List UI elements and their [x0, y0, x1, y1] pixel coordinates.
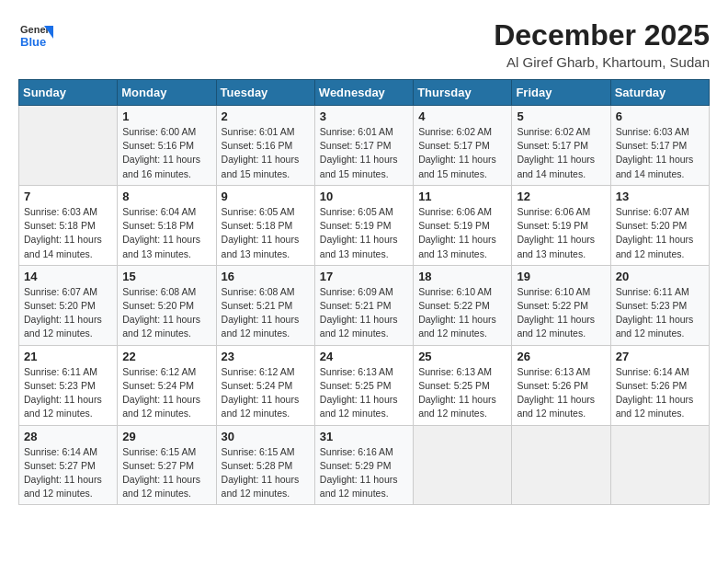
day-number: 14 [24, 270, 112, 283]
day-sun-info: Sunrise: 6:14 AMSunset: 5:26 PMDaylight:… [616, 365, 704, 421]
calendar-day-cell: 8Sunrise: 6:04 AMSunset: 5:18 PMDaylight… [118, 185, 216, 265]
day-sun-info: Sunrise: 6:06 AMSunset: 5:19 PMDaylight:… [418, 205, 506, 261]
day-sun-info: Sunrise: 6:01 AMSunset: 5:16 PMDaylight:… [222, 125, 310, 181]
day-sun-info: Sunrise: 6:07 AMSunset: 5:20 PMDaylight:… [616, 205, 704, 261]
calendar-day-cell: 6Sunrise: 6:03 AMSunset: 5:17 PMDaylight… [610, 106, 709, 186]
calendar-day-cell [414, 425, 512, 505]
calendar-day-cell: 12Sunrise: 6:06 AMSunset: 5:19 PMDayligh… [512, 185, 610, 265]
day-sun-info: Sunrise: 6:03 AMSunset: 5:17 PMDaylight:… [616, 125, 704, 181]
day-number: 28 [24, 430, 112, 443]
day-sun-info: Sunrise: 6:12 AMSunset: 5:24 PMDaylight:… [122, 365, 210, 421]
calendar-day-cell: 26Sunrise: 6:13 AMSunset: 5:26 PMDayligh… [512, 345, 610, 425]
calendar-day-cell: 3Sunrise: 6:01 AMSunset: 5:17 PMDaylight… [314, 106, 413, 186]
calendar-day-cell: 11Sunrise: 6:06 AMSunset: 5:19 PMDayligh… [414, 185, 512, 265]
calendar-day-cell: 15Sunrise: 6:08 AMSunset: 5:20 PMDayligh… [118, 265, 216, 345]
day-sun-info: Sunrise: 6:00 AMSunset: 5:16 PMDaylight:… [122, 125, 210, 181]
day-number: 27 [616, 350, 704, 363]
calendar-day-cell: 2Sunrise: 6:01 AMSunset: 5:16 PMDaylight… [216, 106, 314, 186]
day-sun-info: Sunrise: 6:08 AMSunset: 5:20 PMDaylight:… [122, 285, 210, 341]
day-number: 10 [320, 190, 408, 203]
header: General Blue December 2025 Al Giref Ghar… [18, 18, 710, 70]
calendar-body: 1Sunrise: 6:00 AMSunset: 5:16 PMDaylight… [19, 106, 710, 505]
day-sun-info: Sunrise: 6:15 AMSunset: 5:28 PMDaylight:… [222, 445, 310, 501]
day-sun-info: Sunrise: 6:13 AMSunset: 5:25 PMDaylight:… [418, 365, 506, 421]
day-sun-info: Sunrise: 6:16 AMSunset: 5:29 PMDaylight:… [320, 445, 408, 501]
calendar-day-cell: 31Sunrise: 6:16 AMSunset: 5:29 PMDayligh… [314, 425, 413, 505]
day-sun-info: Sunrise: 6:09 AMSunset: 5:21 PMDaylight:… [320, 285, 408, 341]
day-of-week-header: Thursday [414, 80, 512, 106]
calendar-week-row: 14Sunrise: 6:07 AMSunset: 5:20 PMDayligh… [19, 265, 710, 345]
title-area: December 2025 Al Giref Gharb, Khartoum, … [494, 18, 710, 70]
calendar-week-row: 21Sunrise: 6:11 AMSunset: 5:23 PMDayligh… [19, 345, 710, 425]
calendar-day-cell: 10Sunrise: 6:05 AMSunset: 5:19 PMDayligh… [314, 185, 413, 265]
calendar-day-cell: 28Sunrise: 6:14 AMSunset: 5:27 PMDayligh… [19, 425, 118, 505]
day-number: 1 [122, 109, 210, 123]
day-number: 25 [418, 350, 506, 363]
day-number: 13 [616, 190, 704, 203]
calendar-week-row: 7Sunrise: 6:03 AMSunset: 5:18 PMDaylight… [19, 185, 710, 265]
calendar-week-row: 1Sunrise: 6:00 AMSunset: 5:16 PMDaylight… [19, 106, 710, 186]
day-sun-info: Sunrise: 6:11 AMSunset: 5:23 PMDaylight:… [24, 365, 112, 421]
calendar-day-cell [610, 425, 709, 505]
day-sun-info: Sunrise: 6:05 AMSunset: 5:19 PMDaylight:… [320, 205, 408, 261]
day-number: 5 [517, 109, 605, 123]
calendar-day-cell: 17Sunrise: 6:09 AMSunset: 5:21 PMDayligh… [314, 265, 413, 345]
day-number: 26 [517, 350, 605, 363]
calendar-day-cell: 22Sunrise: 6:12 AMSunset: 5:24 PMDayligh… [118, 345, 216, 425]
day-number: 20 [616, 270, 704, 283]
calendar-day-cell: 27Sunrise: 6:14 AMSunset: 5:26 PMDayligh… [610, 345, 709, 425]
day-number: 7 [24, 190, 112, 203]
calendar-day-cell: 25Sunrise: 6:13 AMSunset: 5:25 PMDayligh… [414, 345, 512, 425]
calendar-day-cell: 7Sunrise: 6:03 AMSunset: 5:18 PMDaylight… [19, 185, 118, 265]
day-sun-info: Sunrise: 6:13 AMSunset: 5:25 PMDaylight:… [320, 365, 408, 421]
day-number: 29 [122, 430, 210, 443]
day-sun-info: Sunrise: 6:05 AMSunset: 5:18 PMDaylight:… [222, 205, 310, 261]
day-sun-info: Sunrise: 6:02 AMSunset: 5:17 PMDaylight:… [418, 125, 506, 181]
calendar-day-cell: 19Sunrise: 6:10 AMSunset: 5:22 PMDayligh… [512, 265, 610, 345]
day-number: 4 [418, 109, 506, 123]
day-number: 6 [616, 109, 704, 123]
day-sun-info: Sunrise: 6:10 AMSunset: 5:22 PMDaylight:… [418, 285, 506, 341]
day-number: 31 [320, 430, 408, 443]
day-number: 16 [222, 270, 310, 283]
day-of-week-header: Saturday [610, 80, 709, 106]
day-sun-info: Sunrise: 6:13 AMSunset: 5:26 PMDaylight:… [517, 365, 605, 421]
calendar-header-row: SundayMondayTuesdayWednesdayThursdayFrid… [19, 80, 710, 106]
day-sun-info: Sunrise: 6:10 AMSunset: 5:22 PMDaylight:… [517, 285, 605, 341]
day-number: 11 [418, 190, 506, 203]
calendar-week-row: 28Sunrise: 6:14 AMSunset: 5:27 PMDayligh… [19, 425, 710, 505]
calendar-day-cell: 21Sunrise: 6:11 AMSunset: 5:23 PMDayligh… [19, 345, 118, 425]
day-number: 3 [320, 109, 408, 123]
day-number: 19 [517, 270, 605, 283]
calendar-day-cell: 16Sunrise: 6:08 AMSunset: 5:21 PMDayligh… [216, 265, 314, 345]
svg-text:Blue: Blue [20, 35, 46, 49]
calendar-day-cell: 13Sunrise: 6:07 AMSunset: 5:20 PMDayligh… [610, 185, 709, 265]
calendar-day-cell: 4Sunrise: 6:02 AMSunset: 5:17 PMDaylight… [414, 106, 512, 186]
calendar-day-cell: 23Sunrise: 6:12 AMSunset: 5:24 PMDayligh… [216, 345, 314, 425]
day-number: 8 [122, 190, 210, 203]
day-number: 9 [222, 190, 310, 203]
day-sun-info: Sunrise: 6:01 AMSunset: 5:17 PMDaylight:… [320, 125, 408, 181]
calendar-day-cell: 9Sunrise: 6:05 AMSunset: 5:18 PMDaylight… [216, 185, 314, 265]
day-of-week-header: Tuesday [216, 80, 314, 106]
day-number: 12 [517, 190, 605, 203]
day-number: 24 [320, 350, 408, 363]
day-number: 22 [122, 350, 210, 363]
day-of-week-header: Monday [118, 80, 216, 106]
day-sun-info: Sunrise: 6:04 AMSunset: 5:18 PMDaylight:… [122, 205, 210, 261]
logo: General Blue [18, 18, 57, 53]
calendar-day-cell: 14Sunrise: 6:07 AMSunset: 5:20 PMDayligh… [19, 265, 118, 345]
day-sun-info: Sunrise: 6:06 AMSunset: 5:19 PMDaylight:… [517, 205, 605, 261]
day-sun-info: Sunrise: 6:15 AMSunset: 5:27 PMDaylight:… [122, 445, 210, 501]
day-number: 15 [122, 270, 210, 283]
month-title: December 2025 [494, 18, 710, 52]
calendar-day-cell: 29Sunrise: 6:15 AMSunset: 5:27 PMDayligh… [118, 425, 216, 505]
day-sun-info: Sunrise: 6:14 AMSunset: 5:27 PMDaylight:… [24, 445, 112, 501]
calendar-day-cell: 20Sunrise: 6:11 AMSunset: 5:23 PMDayligh… [610, 265, 709, 345]
logo-icon: General Blue [18, 18, 53, 53]
day-number: 30 [222, 430, 310, 443]
day-of-week-header: Sunday [19, 80, 118, 106]
calendar-table: SundayMondayTuesdayWednesdayThursdayFrid… [18, 79, 710, 505]
calendar-day-cell: 30Sunrise: 6:15 AMSunset: 5:28 PMDayligh… [216, 425, 314, 505]
day-sun-info: Sunrise: 6:12 AMSunset: 5:24 PMDaylight:… [222, 365, 310, 421]
